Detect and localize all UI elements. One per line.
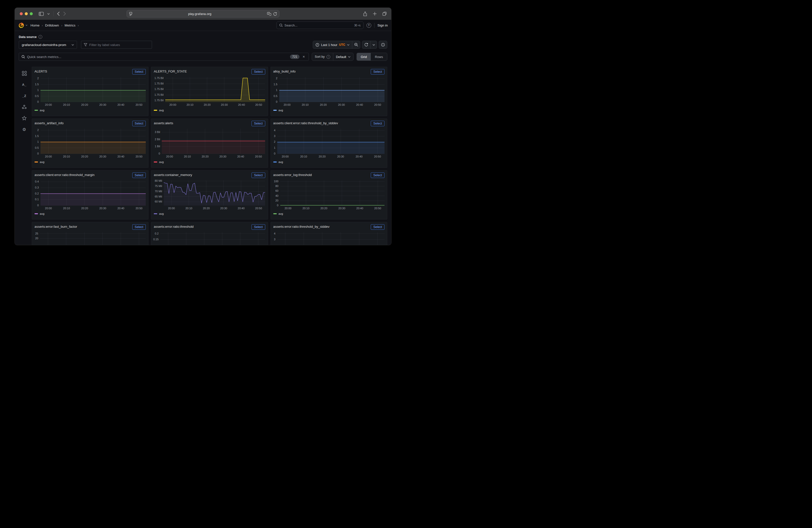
metric-chart	[40, 232, 146, 245]
chevron-down-icon	[347, 44, 349, 46]
info-icon[interactable]: i	[39, 35, 42, 39]
select-button[interactable]: Select	[132, 69, 146, 74]
breadcrumb-drilldown[interactable]: Drilldown	[45, 24, 59, 27]
x-tick-label: 20:10	[61, 207, 72, 210]
forward-icon[interactable]	[63, 12, 66, 16]
sign-in-button[interactable]: Sign in	[377, 24, 388, 27]
close-window-button[interactable]	[20, 12, 23, 15]
fullscreen-window-button[interactable]	[30, 12, 33, 15]
select-button[interactable]: Select	[251, 69, 265, 74]
x-tick-label: 20:30	[335, 155, 346, 158]
select-button[interactable]: Select	[371, 173, 385, 178]
clear-search-icon[interactable]: ✕	[302, 55, 306, 59]
rows-view-button[interactable]: Rows	[371, 53, 387, 60]
tab-overview-icon[interactable]	[382, 12, 387, 16]
x-tick-label: 20:40	[115, 207, 126, 210]
y-tick-label: 1.75 Bil	[155, 82, 164, 85]
legend: avg	[154, 109, 265, 112]
y-axis-labels: 0.40.30.20.10	[34, 180, 41, 205]
select-button[interactable]: Select	[251, 173, 265, 178]
chevron-down-icon[interactable]	[47, 13, 50, 15]
quick-search-input[interactable]: 721 ✕	[19, 53, 309, 61]
favorites-icon[interactable]	[21, 115, 27, 121]
breadcrumb-metrics[interactable]: Metrics	[64, 24, 75, 27]
x-tick-label: 20:30	[97, 155, 108, 158]
x-tick-label: 20:40	[353, 155, 364, 158]
select-button[interactable]: Select	[371, 121, 385, 126]
new-tab-icon[interactable]	[373, 12, 377, 16]
view-toggle: Grid Rows	[357, 53, 387, 61]
select-button[interactable]: Select	[371, 224, 385, 230]
all-metrics-icon[interactable]	[21, 70, 27, 76]
reload-icon[interactable]	[273, 12, 277, 16]
metric-panel: asserts:error_log:threshold Select 10080…	[271, 170, 387, 220]
select-button[interactable]: Select	[132, 224, 146, 230]
legend-series-label: avg	[159, 109, 164, 112]
grafana-logo[interactable]	[18, 22, 25, 29]
legend: avg	[273, 109, 385, 112]
x-tick-label: 20:40	[354, 207, 365, 210]
y-tick-label: 0	[37, 204, 39, 207]
select-button[interactable]: Select	[251, 121, 265, 126]
info-icon[interactable]: i	[327, 55, 330, 59]
label-filter-input[interactable]	[81, 41, 152, 49]
panel-info-button[interactable]	[379, 41, 387, 48]
select-button[interactable]: Select	[132, 173, 146, 178]
sort-a-first-icon[interactable]: A_	[21, 82, 27, 88]
global-search-input[interactable]: ⌘+k	[276, 21, 363, 29]
minimize-window-button[interactable]	[25, 12, 28, 15]
chevron-down-icon	[72, 44, 74, 46]
time-range-value: Last 1 hour	[321, 43, 337, 47]
translate-icon[interactable]: A	[267, 12, 271, 16]
metric-chart	[41, 77, 146, 102]
breadcrumb-separator: ›	[42, 24, 43, 27]
refresh-interval-chevron-icon[interactable]	[370, 41, 377, 48]
grid-view-button[interactable]: Grid	[357, 53, 371, 60]
org-switcher-chevron-icon[interactable]	[26, 25, 28, 26]
sort-z-first-icon[interactable]: _Z	[21, 93, 27, 99]
x-tick-label: 20:00	[167, 103, 178, 106]
zoom-out-button[interactable]	[352, 41, 360, 48]
x-tick-label: 20:50	[133, 103, 145, 106]
legend-series-label: avg	[159, 161, 164, 163]
sidebar-toggle-icon[interactable]	[39, 12, 44, 16]
select-button[interactable]: Select	[251, 224, 265, 230]
breadcrumb-home[interactable]: Home	[30, 24, 40, 27]
y-tick-label: 0.3	[35, 186, 39, 189]
quick-search-field[interactable]	[27, 55, 288, 59]
share-icon[interactable]	[363, 12, 367, 16]
x-tick-label: 20:50	[372, 103, 383, 106]
settings-gear-icon[interactable]: ⚙	[21, 127, 27, 132]
y-axis-labels: 43	[273, 232, 277, 245]
global-search-field[interactable]	[285, 24, 352, 27]
metric-panel: asserts:client:error:ratio:threshold_mar…	[32, 170, 148, 220]
data-source-select[interactable]: grafanacloud-demoinfra-prom	[19, 41, 77, 49]
y-tick-label: 80	[275, 185, 278, 188]
search-icon	[279, 24, 283, 27]
y-tick-label: 20	[35, 237, 38, 240]
address-bar[interactable]: play.grafana.org A	[127, 10, 279, 17]
group-by-icon[interactable]	[21, 104, 27, 110]
x-tick-label: 20:20	[319, 207, 330, 210]
metric-title: asserts:error:ratio:threshold	[154, 224, 251, 229]
y-tick-label: 1.75 Bil	[155, 93, 164, 96]
x-tick-label: 20:40	[115, 155, 126, 158]
select-button[interactable]: Select	[371, 69, 385, 74]
divider	[374, 23, 375, 28]
back-icon[interactable]	[57, 12, 60, 16]
page-settings-icon[interactable]	[129, 12, 132, 16]
legend-series-swatch	[154, 213, 157, 214]
y-tick-label: 1.5	[35, 134, 39, 137]
help-icon[interactable]: ?	[366, 23, 371, 28]
x-tick-label: 20:50	[133, 155, 145, 158]
time-range-picker[interactable]: Last 1 hour UTC	[313, 41, 352, 48]
y-tick-label: 25	[35, 232, 38, 235]
sort-value-dropdown[interactable]: Default	[333, 53, 353, 60]
select-button[interactable]: Select	[132, 121, 146, 126]
x-tick-label: 20:00	[43, 207, 54, 210]
refresh-button[interactable]	[362, 41, 370, 48]
y-axis-labels: 1.75 Bil1.75 Bil1.75 Bil1.75 Bil1.75 Bil	[154, 77, 165, 102]
label-filter-field[interactable]	[89, 43, 149, 47]
svg-text:A: A	[268, 13, 269, 14]
legend-series-swatch	[154, 110, 157, 111]
